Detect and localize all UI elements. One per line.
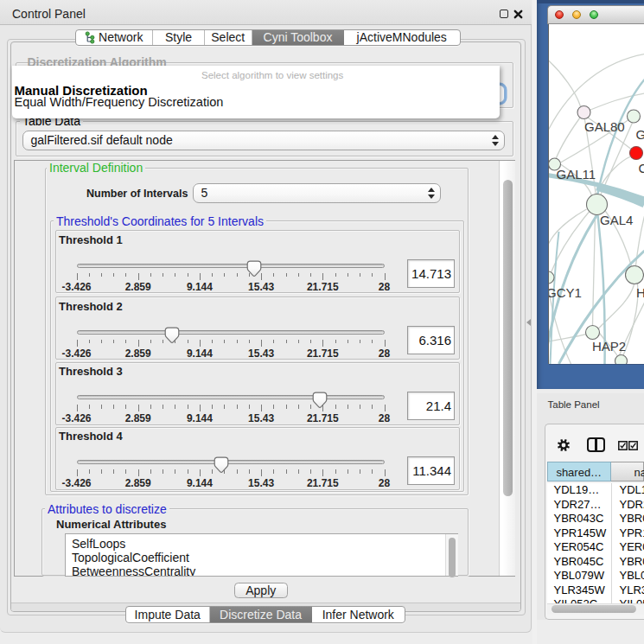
svg-text:GAL80: GAL80: [584, 119, 625, 134]
svg-text:GAL8: GAL8: [635, 127, 644, 142]
svg-text:GAL11: GAL11: [556, 167, 596, 182]
svg-text:GAL4: GAL4: [600, 213, 633, 227]
svg-text:HAP2: HAP2: [592, 339, 626, 354]
svg-text:HA: HA: [636, 285, 644, 300]
svg-text:GCY1: GCY1: [549, 285, 582, 300]
svg-text:CYC: CYC: [638, 161, 644, 175]
